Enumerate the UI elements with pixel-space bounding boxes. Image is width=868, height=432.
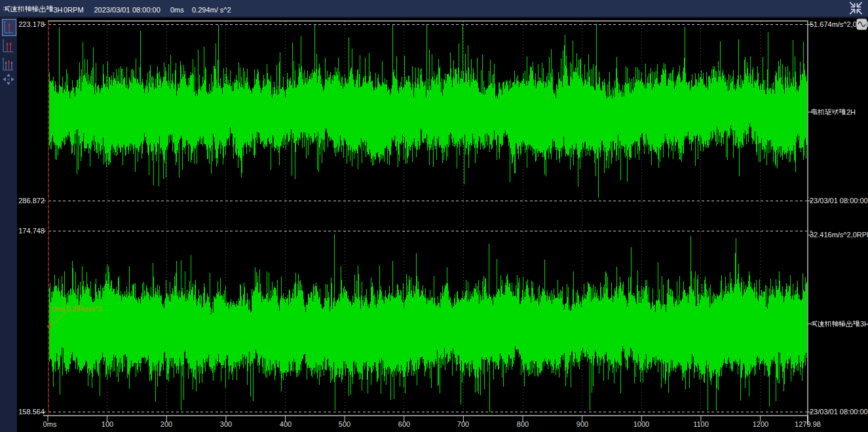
svg-text:800: 800 [517, 420, 529, 428]
svg-text:3H: 3H [54, 6, 63, 14]
svg-text:0RPM: 0RPM [64, 6, 84, 14]
svg-text:900: 900 [576, 420, 588, 428]
svg-text:400: 400 [280, 420, 292, 428]
svg-text:286.872: 286.872 [18, 197, 45, 205]
svg-text:0ms: 0ms [43, 420, 57, 428]
svg-text:3H: 3H [860, 320, 868, 328]
svg-text:23/03/01 08:00:00: 23/03/01 08:00:00 [810, 408, 868, 416]
svg-text:200: 200 [160, 420, 172, 428]
svg-text:100: 100 [102, 420, 113, 428]
svg-text:174.748: 174.748 [18, 227, 45, 235]
svg-text:300: 300 [220, 420, 232, 428]
svg-text:32.416m/s^2,0RPM: 32.416m/s^2,0RPM [810, 231, 868, 239]
svg-text:08:00:00: 08:00:00 [132, 6, 160, 14]
svg-text:158.564: 158.564 [18, 408, 45, 416]
svg-text:500: 500 [339, 420, 350, 428]
svg-text:0ms,0.294m/s^2: 0ms,0.294m/s^2 [52, 305, 102, 313]
svg-text:1200: 1200 [753, 420, 768, 428]
svg-text:223.178: 223.178 [18, 20, 45, 28]
svg-text:600: 600 [398, 420, 410, 428]
svg-text:0.294m/ s^2: 0.294m/ s^2 [192, 6, 231, 14]
svg-text:1000: 1000 [633, 420, 649, 428]
svg-text:2H: 2H [846, 108, 856, 116]
svg-text:2023/03/01: 2023/03/01 [94, 6, 130, 14]
svg-text:1279.98: 1279.98 [795, 420, 821, 428]
svg-text:1100: 1100 [693, 420, 709, 428]
svg-text:700: 700 [457, 420, 469, 428]
svg-text:23/03/01 08:00:00: 23/03/01 08:00:00 [810, 197, 868, 205]
svg-text:0ms: 0ms [170, 6, 184, 14]
